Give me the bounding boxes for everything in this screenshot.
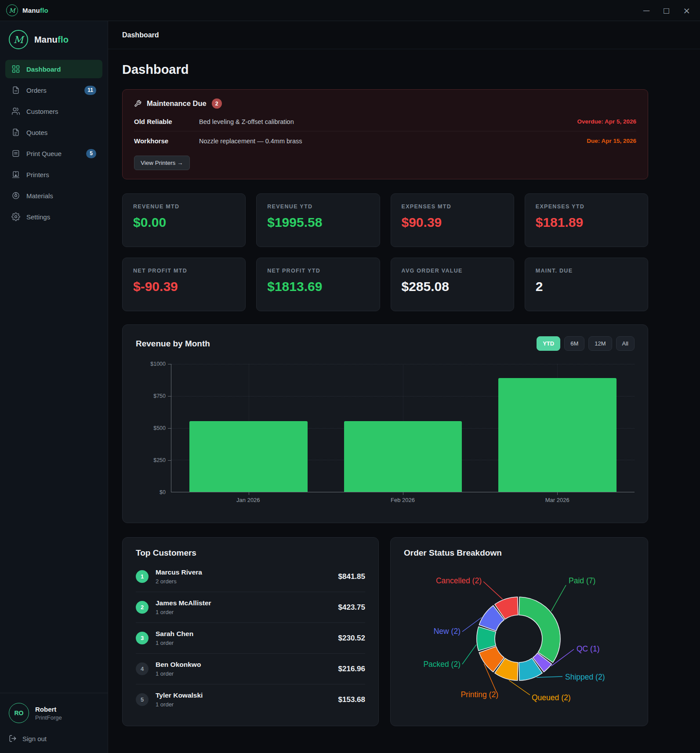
label-leader-line <box>483 582 503 599</box>
count-badge: 11 <box>84 86 96 95</box>
y-axis: $1000$750$500$250$0 <box>136 364 171 492</box>
y-tick-label: $0 <box>160 489 166 495</box>
kpi-value: $181.89 <box>536 215 637 230</box>
close-icon[interactable]: × <box>683 6 690 15</box>
y-tick-label: $250 <box>153 457 166 463</box>
quotes-icon <box>11 128 20 137</box>
logo-letter: M <box>9 7 15 14</box>
customer-amount: $841.85 <box>338 572 365 581</box>
customer-info: Marcus Rivera2 orders <box>156 568 331 585</box>
kpi-value: $90.39 <box>402 215 503 230</box>
kpi-card: NET PROFIT MTD$-90.39 <box>122 258 246 311</box>
orders-icon <box>11 86 20 95</box>
x-tick-label: Feb 2026 <box>326 497 480 503</box>
sidebar-nav: DashboardOrders11CustomersQuotesPrint Qu… <box>0 56 108 229</box>
printer-name: Workhorse <box>134 137 199 145</box>
y-tick-label: $750 <box>153 393 166 399</box>
range-button-12m[interactable]: 12M <box>588 336 612 351</box>
customer-list: 1Marcus Rivera2 orders$841.852James McAl… <box>136 561 365 715</box>
bar-column <box>480 364 635 492</box>
donut-chart: Paid (7)QC (1)Shipped (2)Queued (2)Print… <box>404 559 635 713</box>
maintenance-rows: Old ReliableBed leveling & Z-offset cali… <box>134 112 636 150</box>
maintenance-task: Bed leveling & Z-offset calibration <box>199 118 577 125</box>
rank-badge: 1 <box>136 570 149 583</box>
page-title: Dashboard <box>122 62 648 77</box>
range-button-6m[interactable]: 6M <box>564 336 584 351</box>
customer-order-count: 1 order <box>156 670 331 677</box>
logo-icon: M <box>6 4 18 16</box>
rank-badge: 2 <box>136 601 149 614</box>
donut-label-paid: Paid (7) <box>569 576 595 585</box>
plot-area <box>171 364 635 492</box>
revenue-chart-card: Revenue by Month YTD6M12MAll $1000$750$5… <box>122 324 648 523</box>
sidebar-item-quotes[interactable]: Quotes <box>5 123 102 142</box>
customer-name: Sarah Chen <box>156 630 331 638</box>
chart-title: Revenue by Month <box>136 339 210 349</box>
maintenance-row: Old ReliableBed leveling & Z-offset cali… <box>134 112 636 131</box>
logo-icon: M <box>9 30 28 49</box>
kpi-label: MAINT. DUE <box>536 268 637 274</box>
view-printers-button[interactable]: View Printers → <box>134 156 190 170</box>
customer-info: James McAllister1 order <box>156 599 331 615</box>
sidebar-item-label: Quotes <box>26 129 96 136</box>
customer-name: Ben Okonkwo <box>156 661 331 669</box>
sidebar: M Manuflo DashboardOrders11CustomersQuot… <box>0 21 108 753</box>
print-queue-icon <box>11 149 20 158</box>
titlebar: M Manuflo — □ × <box>0 0 700 21</box>
sidebar-item-materials[interactable]: Materials <box>5 186 102 205</box>
window-controls: — □ × <box>643 6 690 15</box>
label-leader-line <box>462 645 476 665</box>
y-tick-label: $500 <box>153 425 166 431</box>
sidebar-item-printers[interactable]: Printers <box>5 165 102 184</box>
maximize-icon[interactable]: □ <box>663 7 670 14</box>
kpi-label: REVENUE MTD <box>133 204 235 210</box>
avatar: RO <box>9 703 29 723</box>
donut-label-shipped: Shipped (2) <box>565 673 605 681</box>
bar-column <box>326 364 480 492</box>
user-name: Robert <box>35 706 62 713</box>
customer-row: 5Tyler Kowalski1 order$153.68 <box>136 684 365 715</box>
printers-icon <box>11 170 20 179</box>
sidebar-item-print-queue[interactable]: Print Queue5 <box>5 144 102 163</box>
kpi-card: EXPENSES MTD$90.39 <box>391 193 514 247</box>
y-tick <box>168 460 171 461</box>
customer-info: Sarah Chen1 order <box>156 630 331 646</box>
kpi-card: REVENUE YTD$1995.58 <box>256 193 380 247</box>
customer-name: Marcus Rivera <box>156 568 331 576</box>
customer-row: 1Marcus Rivera2 orders$841.85 <box>136 561 365 592</box>
range-button-all[interactable]: All <box>616 336 635 351</box>
sidebar-app-title: Manuflo <box>34 35 69 45</box>
kpi-grid: REVENUE MTD$0.00REVENUE YTD$1995.58EXPEN… <box>122 193 648 311</box>
x-tick <box>249 492 249 495</box>
kpi-label: REVENUE YTD <box>267 204 369 210</box>
bar-chart: $1000$750$500$250$0 <box>136 364 635 492</box>
label-leader-line <box>551 585 566 611</box>
kpi-label: NET PROFIT YTD <box>267 268 369 274</box>
sidebar-logo: M Manuflo <box>0 21 108 56</box>
rank-badge: 4 <box>136 662 149 675</box>
dashboard-icon <box>11 65 20 73</box>
order-status-panel: Order Status Breakdown Paid (7)QC (1)Shi… <box>390 537 648 726</box>
sidebar-item-orders[interactable]: Orders11 <box>5 81 102 99</box>
range-selector: YTD6M12MAll <box>537 336 635 351</box>
kpi-label: EXPENSES YTD <box>536 204 637 210</box>
sidebar-item-label: Print Queue <box>26 150 80 157</box>
sidebar-item-customers[interactable]: Customers <box>5 102 102 120</box>
app-title: Manuflo <box>22 7 48 14</box>
sidebar-item-settings[interactable]: Settings <box>5 207 102 226</box>
sidebar-item-dashboard[interactable]: Dashboard <box>5 60 102 78</box>
settings-icon <box>11 212 20 221</box>
range-button-ytd[interactable]: YTD <box>537 336 560 351</box>
customer-amount: $230.52 <box>338 634 365 643</box>
sidebar-item-label: Printers <box>26 171 96 178</box>
kpi-card: AVG ORDER VALUE$285.08 <box>391 258 514 311</box>
customer-name: James McAllister <box>156 599 331 607</box>
sidebar-user-section: RO Robert PrintForge Sign out <box>0 693 108 753</box>
kpi-value: $0.00 <box>133 215 235 230</box>
revenue-bar <box>344 421 462 492</box>
sign-out-button[interactable]: Sign out <box>9 735 47 742</box>
customer-row: 3Sarah Chen1 order$230.52 <box>136 623 365 654</box>
minimize-icon[interactable]: — <box>643 7 650 14</box>
donut-label-new: New (2) <box>434 627 461 636</box>
donut-slice-paid <box>519 597 560 662</box>
